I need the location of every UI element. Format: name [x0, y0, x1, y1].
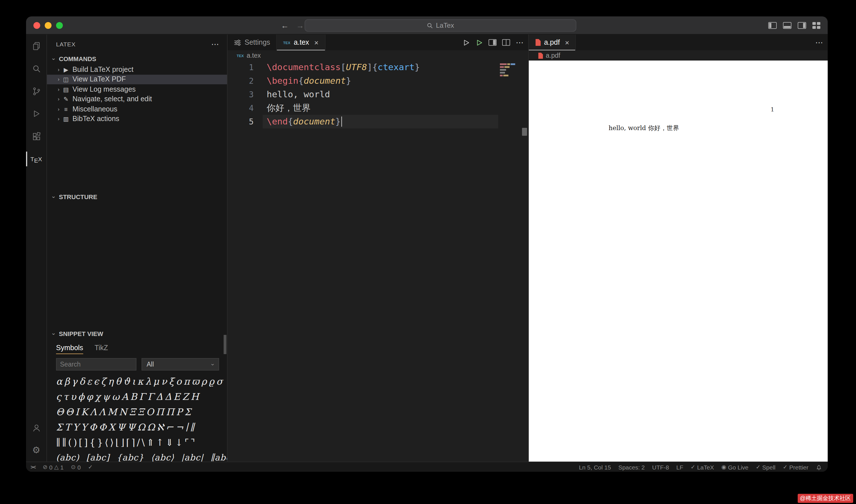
close-tab-icon[interactable]: × — [565, 38, 569, 47]
build-icon: ▶ — [62, 66, 70, 73]
more-actions-icon[interactable]: ⋯ — [815, 38, 823, 47]
view-pdf-icon: ◫ — [62, 76, 70, 83]
account-icon — [31, 423, 41, 432]
code-line-1[interactable]: 1\documentclass[UTF8]{ctexart} — [228, 60, 528, 74]
token-pun: { — [288, 116, 293, 127]
sidebar-item-extensions[interactable] — [26, 125, 47, 148]
ports-status[interactable]: ⊙ 0 — [71, 464, 81, 470]
close-window-button[interactable] — [33, 22, 40, 29]
remote-indicator[interactable]: >< — [31, 464, 35, 470]
tab-tikz[interactable]: TikZ — [94, 344, 108, 354]
more-actions-icon[interactable]: ⋯ — [516, 38, 524, 47]
titlebar: ← → LaTex — [26, 16, 828, 35]
status-bar: >< ⊘ 0 △ 1 ⊙ 0 ✓ Ln 5, Col 15Spaces: 2UT… — [26, 462, 828, 472]
build-run-icon[interactable] — [475, 39, 483, 46]
status-language-mode[interactable]: ✓LaTeX — [691, 464, 714, 470]
tab-a-pdf[interactable]: a.pdf × — [529, 35, 576, 50]
token-pun: [ — [340, 62, 346, 72]
customize-layout-icon[interactable] — [813, 22, 820, 29]
symbol-row[interactable]: ΣTΥΥΦΦXΨΨΩΩℵ⌐¬∣∥ — [56, 422, 227, 437]
code-text: \documentclass[UTF8]{ctexart} — [254, 62, 420, 72]
code-editor[interactable]: 1\documentclass[UTF8]{ctexart}2\begin{do… — [228, 60, 528, 462]
status-label: Spell — [762, 464, 775, 470]
status-label: UTF-8 — [652, 464, 669, 470]
sidebar-item-latex-workshop[interactable]: TEX — [26, 148, 47, 170]
token-arg: ctexart — [378, 62, 415, 72]
run-outline-icon[interactable] — [462, 39, 470, 46]
commands-section-header[interactable]: › COMMANDS — [47, 53, 227, 65]
sidebar-item-build-latex-project[interactable]: ›▶Build LaTeX project — [47, 65, 227, 74]
code-lines: 1\documentclass[UTF8]{ctexart}2\begin{do… — [228, 60, 528, 128]
warning-icon: △ — [54, 464, 58, 470]
problems-status[interactable]: ⊘ 0 △ 1 — [43, 464, 64, 470]
status-indentation[interactable]: Spaces: 2 — [618, 464, 645, 470]
minimize-window-button[interactable] — [45, 22, 52, 29]
code-line-4[interactable]: 4你好，世界 — [228, 101, 528, 115]
status-go-live[interactable]: ◉Go Live — [721, 464, 748, 470]
layout-controls — [768, 22, 820, 29]
chevron-right-icon: › — [58, 116, 59, 122]
sidebar-scrollbar-thumb[interactable] — [224, 335, 226, 354]
symbol-row[interactable]: ςτυϕφχψωABΓΓΔΔEZH — [56, 392, 227, 407]
status-label: Go Live — [728, 464, 748, 470]
tex-file-icon: TEX — [237, 53, 244, 57]
pdf-actions: ⋯ — [815, 35, 823, 50]
pdf-tab-bar: a.pdf × ⋯ — [529, 35, 828, 50]
symbol-search-input[interactable] — [56, 358, 137, 371]
editor-scrollbar[interactable] — [521, 60, 528, 462]
symbol-category-select[interactable]: All › — [142, 358, 219, 371]
snippet-section-header[interactable]: › SNIPPET VIEW — [47, 328, 227, 339]
status-spell[interactable]: ✓Spell — [756, 464, 775, 470]
symbol-row[interactable]: ∥∥()[]{}⟨⟩⌊⌋⌈⌉/\⇑↑⇓↓⌜⌝ — [56, 437, 227, 452]
symbol-row[interactable]: ΘΘIKΛΛMNΞΞOΠΠPΣ — [56, 407, 227, 422]
command-center-search[interactable]: LaTex — [304, 19, 576, 32]
status-eol[interactable]: LF — [676, 464, 683, 470]
editor-scrollbar-thumb[interactable] — [522, 128, 527, 136]
zoom-window-button[interactable] — [56, 22, 63, 29]
sidebar-item-run-debug[interactable] — [26, 102, 47, 125]
check-status[interactable]: ✓ — [88, 464, 93, 470]
pdf-breadcrumb[interactable]: a.pdf — [529, 50, 828, 60]
status-encoding[interactable]: UTF-8 — [652, 464, 669, 470]
more-actions-icon[interactable]: ⋯ — [211, 40, 219, 48]
code-line-2[interactable]: 2\begin{document} — [228, 74, 528, 88]
status-prettier[interactable]: ✓Prettier — [783, 464, 808, 470]
status-cursor-position[interactable]: Ln 5, Col 15 — [579, 464, 611, 470]
sidebar-item-view-log-messages[interactable]: ›▤View Log messages — [47, 84, 227, 94]
snippet-view-section: › SNIPPET VIEW Symbols TikZ All › — [47, 328, 227, 462]
symbol-row[interactable]: (abc) [abc] {abc} ⟨abc⟩ |abc| ∥abc∥ ⌊abc… — [56, 452, 227, 462]
text-cursor — [341, 117, 342, 127]
code-line-3[interactable]: 3hello, world — [228, 88, 528, 101]
close-tab-icon[interactable]: × — [314, 38, 318, 47]
back-button[interactable]: ← — [281, 21, 289, 30]
search-icon — [427, 22, 433, 29]
notifications-bell[interactable] — [816, 464, 822, 470]
accounts-button[interactable] — [26, 416, 47, 439]
toggle-panel-icon[interactable] — [783, 22, 791, 29]
sidebar-item-navigate-select-and-edit[interactable]: ›✎Navigate, select, and edit — [47, 94, 227, 104]
editor-breadcrumb[interactable]: TEX a.tex — [228, 50, 528, 60]
sidebar-item-view-latex-pdf[interactable]: ›◫View LaTeX PDF — [47, 74, 227, 84]
settings-button[interactable]: ⚙ — [26, 439, 47, 462]
line-number: 1 — [228, 63, 254, 72]
tab-symbols[interactable]: Symbols — [56, 344, 83, 354]
minimap[interactable] — [498, 60, 521, 462]
sidebar-item-search[interactable] — [26, 57, 47, 80]
structure-section-header[interactable]: › STRUCTURE — [47, 191, 227, 202]
symbol-row[interactable]: αβγδεϵζηθϑικλμνξοπϖρϱσ — [56, 376, 227, 392]
toggle-primary-sidebar-icon[interactable] — [768, 22, 777, 29]
tab-a-tex[interactable]: TEX a.tex × — [277, 35, 325, 50]
sidebar-header: LATEX ⋯ — [47, 35, 227, 53]
split-editor-icon[interactable] — [502, 39, 510, 46]
tab-settings[interactable]: Settings — [228, 35, 277, 50]
code-line-5[interactable]: 5\end{document} — [228, 115, 528, 128]
toggle-secondary-sidebar-icon[interactable] — [798, 22, 806, 29]
misc-icon: ≡ — [62, 106, 70, 112]
forward-button[interactable]: → — [296, 21, 304, 30]
sidebar-item-bibtex-actions[interactable]: ›▥BibTeX actions — [47, 114, 227, 124]
open-preview-icon[interactable] — [489, 39, 496, 46]
sidebar-item-source-control[interactable] — [26, 80, 47, 102]
sidebar-item-explorer[interactable] — [26, 35, 47, 57]
pdf-page[interactable]: 1 hello, world 你好，世界 — [529, 60, 828, 462]
sidebar-item-miscellaneous[interactable]: ›≡Miscellaneous — [47, 104, 227, 114]
